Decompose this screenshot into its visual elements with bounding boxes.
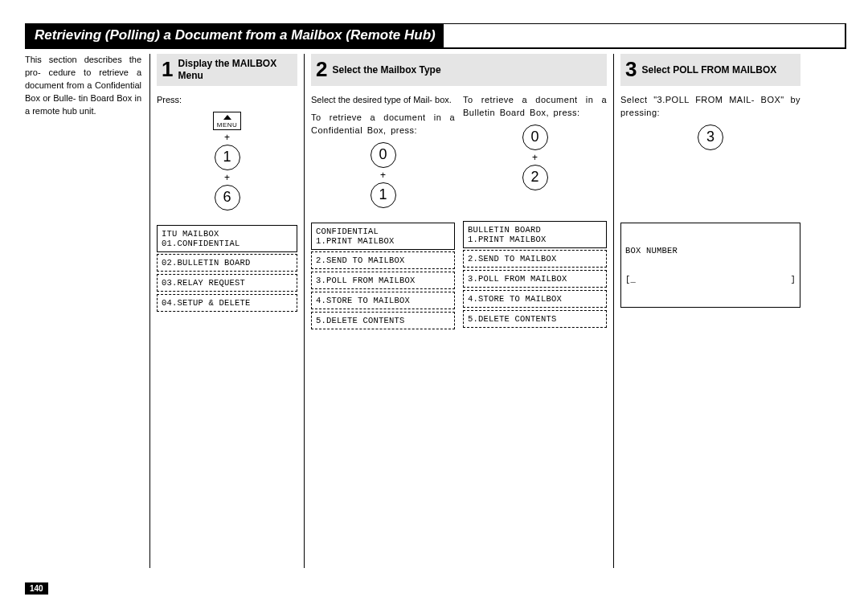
lcd-input-label: BOX NUMBER <box>625 246 796 255</box>
lcd-input-left: [_ <box>625 275 636 284</box>
step1-keys: MENU + 1 + 6 <box>157 112 297 210</box>
step3-text: Select "3.POLL FROM MAIL- BOX" by pressi… <box>620 94 800 120</box>
lcd-input-right: ] <box>790 275 796 284</box>
lcd-option: 2.SEND TO MAILBOX <box>463 250 607 268</box>
step3-title: Select POLL FROM MAILBOX <box>641 64 776 76</box>
lcd-display: BULLETIN BOARD 1.PRINT MAILBOX <box>463 221 607 248</box>
lcd-option: 02.BULLETIN BOARD <box>157 254 297 272</box>
page-number: 140 <box>25 582 48 595</box>
plus-icon: + <box>463 152 607 163</box>
menu-button-label: MENU <box>217 121 238 129</box>
step3-keys: 3 <box>620 125 800 150</box>
step2-title: Select the Mailbox Type <box>332 64 440 76</box>
key-1: 1 <box>215 145 240 170</box>
step3-header: 3 Select POLL FROM MAILBOX <box>620 54 800 86</box>
lcd-display: ITU MAILBOX 01.CONFIDENTIAL <box>157 225 297 252</box>
intro-text: This section describes the pro- cedure t… <box>25 54 141 118</box>
lcd-option: 5.DELETE CONTENTS <box>463 310 607 328</box>
step2-column: 2 Select the Mailbox Type Select the des… <box>305 54 614 568</box>
lcd-display: CONFIDENTIAL 1.PRINT MAILBOX <box>311 223 455 250</box>
section-title: Retrieving (Polling) a Document from a M… <box>27 24 444 47</box>
lcd-option: 3.POLL FROM MAILBOX <box>311 272 455 289</box>
intro-column: This section describes the pro- cedure t… <box>25 54 149 568</box>
key-3: 3 <box>698 125 723 150</box>
lcd-option: 2.SEND TO MAILBOX <box>311 251 455 269</box>
arrow-up-icon <box>223 115 231 120</box>
lcd-option: 5.DELETE CONTENTS <box>311 312 455 329</box>
step2-intro: Select the desired type of Mail- box. <box>311 94 455 107</box>
step1-lcd: ITU MAILBOX 01.CONFIDENTIAL 02.BULLETIN … <box>157 225 297 312</box>
columns: This section describes the pro- cedure t… <box>25 54 843 568</box>
step2-left-text: To retrieve a document in a Confidential… <box>311 112 455 137</box>
step2-right: To retrieve a document in a Bulletin Boa… <box>463 94 607 329</box>
lcd-option: 4.STORE TO MAILBOX <box>463 290 607 308</box>
step1-column: 1 Display the MAILBOX Menu Press: MENU +… <box>149 54 305 568</box>
step1-press-label: Press: <box>157 94 297 107</box>
lcd-option: 3.POLL FROM MAILBOX <box>463 270 607 288</box>
step1-number: 1 <box>157 59 178 81</box>
step2-left-lcd: CONFIDENTIAL 1.PRINT MAILBOX 2.SEND TO M… <box>311 223 455 329</box>
step2-left: Select the desired type of Mail- box. To… <box>311 94 455 329</box>
lcd-option: 4.STORE TO MAILBOX <box>311 292 455 309</box>
key-2: 2 <box>522 165 548 190</box>
step2-left-keys: 0 + 1 <box>311 142 455 208</box>
step2-right-keys: 0 + 2 <box>463 125 607 190</box>
lcd-option: 04.SETUP & DELETE <box>157 294 297 312</box>
step2-right-lcd: BULLETIN BOARD 1.PRINT MAILBOX 2.SEND TO… <box>463 221 607 328</box>
step1-header: 1 Display the MAILBOX Menu <box>157 54 297 86</box>
step2-right-text: To retrieve a document in a Bulletin Boa… <box>463 94 607 120</box>
key-1: 1 <box>371 182 396 208</box>
key-6: 6 <box>215 185 240 210</box>
menu-button-icon: MENU <box>213 112 242 130</box>
step1-title: Display the MAILBOX Menu <box>178 58 297 82</box>
lcd-option: 03.RELAY REQUEST <box>157 274 297 292</box>
lcd-input-display: BOX NUMBER [_ ] <box>620 223 800 308</box>
plus-icon: + <box>157 172 297 183</box>
step3-number: 3 <box>620 59 641 81</box>
step2-header: 2 Select the Mailbox Type <box>311 54 607 86</box>
key-0: 0 <box>371 142 396 168</box>
plus-icon: + <box>157 132 297 143</box>
step3-column: 3 Select POLL FROM MAILBOX Select "3.POL… <box>614 54 800 568</box>
plus-icon: + <box>311 170 455 181</box>
step3-lcd: BOX NUMBER [_ ] <box>620 223 800 308</box>
key-0: 0 <box>522 125 548 150</box>
step2-number: 2 <box>311 59 332 81</box>
section-title-bar: Retrieving (Polling) a Document from a M… <box>25 23 846 49</box>
